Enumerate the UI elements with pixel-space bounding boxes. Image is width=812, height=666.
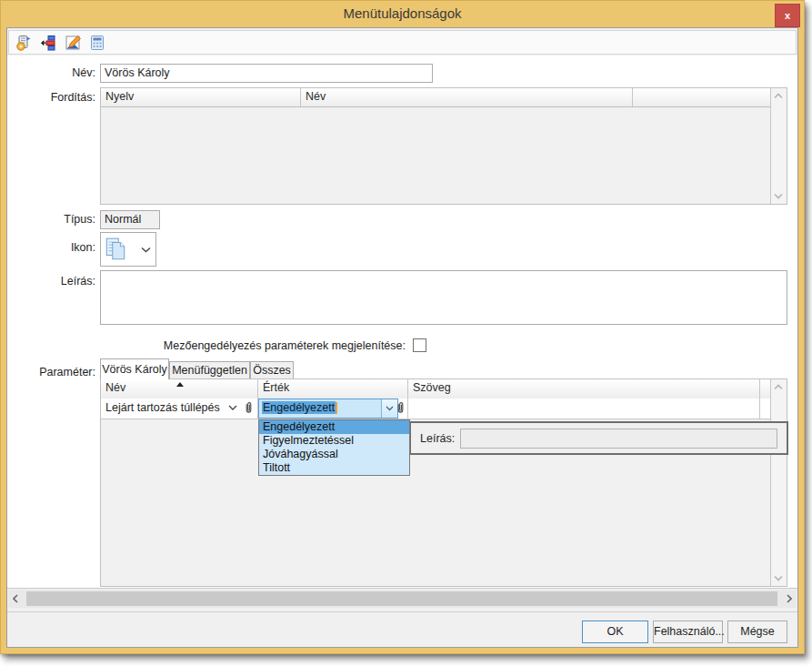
field-permission-checkbox[interactable]	[413, 338, 426, 352]
scroll-up-icon[interactable]	[774, 93, 783, 100]
close-icon: x	[785, 10, 790, 21]
chevron-down-icon	[141, 247, 151, 253]
dialog-client-area: Név: Vörös Károly Fordítás: Nyelv Név	[6, 27, 798, 648]
value-description-field	[460, 429, 777, 449]
icon-dropdown[interactable]	[100, 232, 156, 267]
dropdown-option-jovahagyassal[interactable]: Jóváhagyással	[259, 448, 409, 461]
sort-ascending-icon	[176, 382, 184, 387]
close-button[interactable]: x	[775, 4, 800, 27]
type-field: Normál	[100, 210, 160, 229]
form-panel: Név: Vörös Károly Fordítás: Nyelv Név	[7, 56, 797, 589]
icon-label: Ikon:	[7, 241, 95, 254]
parameter-label: Paraméter:	[7, 366, 95, 378]
parameter-table-vscrollbar[interactable]	[770, 379, 787, 586]
translation-col-nev[interactable]: Név	[301, 88, 633, 106]
paperclip-icon[interactable]	[244, 401, 254, 415]
name-label: Név:	[7, 66, 95, 79]
user-button[interactable]: Felhasználó...	[653, 621, 723, 643]
translation-table-vscrollbar[interactable]	[770, 88, 787, 204]
description-label: Leírás:	[7, 275, 95, 288]
cancel-button[interactable]: Mégse	[727, 621, 787, 643]
calculator-icon[interactable]	[88, 34, 106, 52]
document-copy-icon	[105, 237, 126, 262]
param-col-szoveg[interactable]: Szöveg	[408, 379, 760, 399]
scroll-up-icon[interactable]	[774, 384, 783, 391]
value-description-panel: Leírás:	[409, 421, 788, 455]
parameter-table: Név Érték Szöveg Lejárt tartozás túllépé…	[100, 378, 787, 587]
dialog-window: Menütulajdonságok x	[0, 0, 805, 654]
param-name-cell[interactable]: Lejárt tartozás túllépés	[101, 399, 258, 419]
description-textarea[interactable]	[100, 270, 787, 325]
footer-separator	[7, 611, 797, 612]
ok-button[interactable]: OK	[582, 621, 648, 643]
combobox-selected-text: Engedélyezett	[262, 401, 336, 414]
translation-col-nyelv[interactable]: Nyelv	[101, 88, 301, 106]
param-value-cell: Engedélyezett	[258, 399, 408, 419]
param-text-cell[interactable]	[408, 399, 760, 419]
param-col-ertek[interactable]: Érték	[258, 379, 408, 399]
translation-table: Nyelv Név	[100, 87, 787, 205]
scroll-down-icon[interactable]	[774, 192, 783, 199]
tab-menufuggetlen[interactable]: Menüfüggetlen	[169, 361, 250, 379]
value-combobox[interactable]: Engedélyezett	[258, 399, 398, 419]
name-input[interactable]: Vörös Károly	[100, 64, 433, 83]
toolbar	[8, 30, 797, 55]
scroll-left-icon[interactable]	[8, 590, 23, 608]
horizontal-scrollbar-thumb[interactable]	[26, 591, 777, 606]
field-permission-checkbox-label: Mezőengedélyezés paraméterek megjeleníté…	[7, 339, 406, 352]
dropdown-option-engedelyezett[interactable]: Engedélyezett	[259, 420, 409, 434]
text-caret	[336, 402, 337, 414]
dropdown-option-tiltott[interactable]: Tiltott	[259, 461, 409, 475]
type-label: Típus:	[7, 213, 95, 226]
value-dropdown-list: Engedélyezett Figyelmeztetéssel Jóváhagy…	[258, 419, 410, 476]
window-title: Menütulajdonságok	[1, 5, 804, 21]
scroll-down-icon[interactable]	[774, 574, 783, 581]
translation-label: Fordítás:	[7, 91, 95, 104]
translation-col-filler	[633, 88, 771, 106]
dropdown-option-figyelmeztetessel[interactable]: Figyelmeztetéssel	[259, 434, 409, 448]
value-description-label: Leírás:	[420, 432, 455, 445]
horizontal-scrollbar[interactable]	[8, 590, 797, 608]
table-row: Lejárt tartozás túllépés Engedélyezett	[101, 399, 771, 419]
tab-voros-karoly[interactable]: Vörös Károly	[100, 358, 169, 379]
chevron-down-icon[interactable]	[228, 405, 237, 410]
tab-osszes[interactable]: Összes	[250, 361, 294, 379]
param-col-nev[interactable]: Név	[101, 379, 258, 399]
titlebar: Menütulajdonságok x	[1, 1, 804, 27]
paperclip-icon[interactable]	[396, 401, 406, 415]
edit-icon[interactable]	[64, 34, 82, 52]
script-settings-icon[interactable]	[15, 34, 33, 52]
scroll-right-icon[interactable]	[782, 590, 797, 608]
reorder-icon[interactable]	[39, 34, 57, 52]
